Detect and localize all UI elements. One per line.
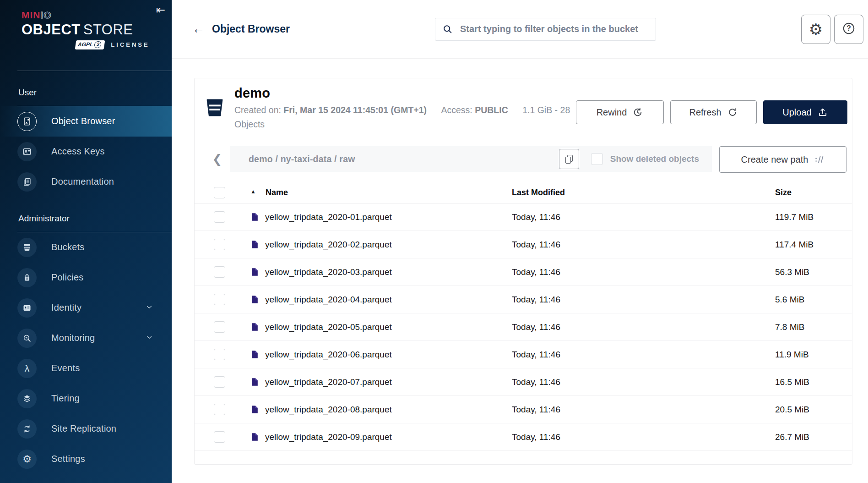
chevron-down-icon[interactable] <box>145 333 153 343</box>
table-row[interactable]: yellow_tripdata_2020-09.parquet Today, 1… <box>195 423 852 451</box>
bucket-icon <box>204 98 225 132</box>
sidebar-item-access-keys[interactable]: Access Keys <box>0 137 172 167</box>
collapse-sidebar-icon[interactable]: ⇤ <box>156 5 165 16</box>
chevron-down-icon[interactable] <box>145 303 153 313</box>
row-checkbox[interactable] <box>214 294 225 305</box>
sidebar-item-label: Access Keys <box>51 146 105 157</box>
sidebar-item-documentation[interactable]: Documentation <box>0 167 172 197</box>
table-row[interactable]: yellow_tripdata_2020-04.parquet Today, 1… <box>195 286 852 313</box>
object-name-cell[interactable]: yellow_tripdata_2020-05.parquet <box>250 322 512 332</box>
svg-text:?: ? <box>846 24 851 32</box>
settings-button[interactable]: ⚙ <box>801 15 830 44</box>
file-icon <box>250 432 259 442</box>
copy-path-button[interactable] <box>559 149 579 169</box>
tiering-icon <box>17 389 37 408</box>
row-checkbox[interactable] <box>214 376 225 388</box>
last-modified-cell: Today, 11:46 <box>512 212 775 222</box>
path-bar: ❮ demo / ny-taxi-data / raw Show deleted… <box>205 146 712 172</box>
row-checkbox[interactable] <box>214 321 225 333</box>
table-row[interactable]: yellow_tripdata_2020-02.parquet Today, 1… <box>195 231 852 258</box>
show-deleted-checkbox[interactable] <box>591 153 603 165</box>
search-input[interactable] <box>435 18 656 41</box>
sidebar-item-label: Site Replication <box>51 423 116 434</box>
buckets-icon <box>17 238 37 257</box>
object-name-cell[interactable]: yellow_tripdata_2020-02.parquet <box>250 239 512 250</box>
object-name-cell[interactable]: yellow_tripdata_2020-07.parquet <box>250 377 512 387</box>
object-name-cell[interactable]: yellow_tripdata_2020-04.parquet <box>250 294 512 305</box>
help-icon: ? <box>842 22 856 37</box>
upload-icon <box>817 107 828 118</box>
file-icon <box>250 267 259 277</box>
size-cell: 20.5 MiB <box>775 405 852 415</box>
main-column: ← Object Browser ⚙ ? <box>172 0 868 483</box>
events-icon: λ <box>17 359 37 378</box>
last-modified-cell: Today, 11:46 <box>512 350 775 360</box>
row-checkbox[interactable] <box>214 404 225 415</box>
file-icon <box>250 294 259 305</box>
object-name-cell[interactable]: yellow_tripdata_2020-06.parquet <box>250 349 512 360</box>
table-row[interactable]: yellow_tripdata_2020-03.parquet Today, 1… <box>195 258 852 286</box>
column-header-modified: Last Modified <box>512 188 775 198</box>
brand-min: MIN <box>22 10 41 20</box>
sidebar-item-label: Tiering <box>51 393 80 404</box>
sidebar-item-policies[interactable]: Policies <box>0 263 172 293</box>
help-button[interactable]: ? <box>834 15 863 44</box>
sidebar: ⇤ MINIO OBJECTSTORE AGPL3 LICENSE User O… <box>0 0 172 483</box>
agpl-badge: AGPL3 <box>75 40 105 49</box>
site-replication-icon <box>17 419 37 439</box>
minio-logo: MINIO OBJECTSTORE AGPL3 LICENSE <box>0 0 172 49</box>
sidebar-item-tiering[interactable]: Tiering <box>0 384 172 414</box>
bucket-actions: Rewind Refresh Upload <box>576 100 847 132</box>
sidebar-item-label: Identity <box>51 302 81 313</box>
sidebar-item-events[interactable]: λ Events <box>0 353 172 384</box>
table-row[interactable]: yellow_tripdata_2020-01.parquet Today, 1… <box>195 203 852 231</box>
bucket-meta: Created on: Fri, Mar 15 2024 11:45:01 (G… <box>234 103 575 132</box>
object-name-cell[interactable]: yellow_tripdata_2020-01.parquet <box>250 212 512 222</box>
size-cell: 5.6 MiB <box>775 295 852 305</box>
show-deleted-label[interactable]: Show deleted objects <box>610 154 699 164</box>
sidebar-item-site-replication[interactable]: Site Replication <box>0 414 172 444</box>
policies-icon <box>17 268 37 287</box>
refresh-button[interactable]: Refresh <box>670 100 757 124</box>
breadcrumb[interactable]: demo / ny-taxi-data / raw <box>249 154 355 165</box>
size-cell: 119.7 MiB <box>775 212 852 222</box>
size-cell: 16.5 MiB <box>775 377 852 387</box>
sidebar-item-settings[interactable]: ⚙ Settings <box>0 444 172 474</box>
object-name-cell[interactable]: yellow_tripdata_2020-08.parquet <box>250 404 512 415</box>
row-checkbox[interactable] <box>214 349 225 360</box>
rewind-button[interactable]: Rewind <box>576 100 664 124</box>
table-row[interactable]: yellow_tripdata_2020-07.parquet Today, 1… <box>195 368 852 396</box>
last-modified-cell: Today, 11:46 <box>512 267 775 277</box>
breadcrumb-back-icon[interactable]: ❮ <box>205 146 230 172</box>
row-checkbox[interactable] <box>214 266 225 278</box>
sidebar-item-label: Settings <box>51 454 85 464</box>
created-label: Created on: <box>234 105 281 115</box>
sidebar-item-identity[interactable]: Identity <box>0 293 172 323</box>
create-new-path-button[interactable]: Create new path <box>719 146 846 173</box>
column-header-name[interactable]: ▲Name <box>250 188 512 198</box>
license-label: LICENSE <box>111 41 149 48</box>
table-row[interactable]: yellow_tripdata_2020-08.parquet Today, 1… <box>195 396 852 423</box>
file-icon <box>250 404 259 415</box>
row-checkbox[interactable] <box>214 211 225 223</box>
objects-table: ▲Name Last Modified Size yellow_tripdata… <box>195 182 852 451</box>
refresh-icon <box>727 107 738 118</box>
sidebar-item-object-browser[interactable]: Object Browser <box>0 106 172 137</box>
select-all-checkbox[interactable] <box>214 187 225 198</box>
row-checkbox[interactable] <box>214 239 225 250</box>
table-row[interactable]: yellow_tripdata_2020-05.parquet Today, 1… <box>195 313 852 341</box>
object-name-cell[interactable]: yellow_tripdata_2020-03.parquet <box>250 267 512 277</box>
last-modified-cell: Today, 11:46 <box>512 405 775 415</box>
sidebar-item-monitoring[interactable]: Monitoring <box>0 323 172 353</box>
table-row[interactable]: yellow_tripdata_2020-06.parquet Today, 1… <box>195 341 852 368</box>
object-name-cell[interactable]: yellow_tripdata_2020-09.parquet <box>250 432 512 442</box>
back-arrow-icon[interactable]: ← <box>192 23 205 35</box>
last-modified-cell: Today, 11:46 <box>512 377 775 387</box>
row-checkbox[interactable] <box>214 431 225 443</box>
sidebar-item-buckets[interactable]: Buckets <box>0 232 172 263</box>
bucket-header: demo Created on: Fri, Mar 15 2024 11:45:… <box>195 78 852 132</box>
file-icon <box>250 212 259 222</box>
upload-button[interactable]: Upload <box>763 100 847 124</box>
file-icon <box>250 377 259 387</box>
last-modified-cell: Today, 11:46 <box>512 432 775 442</box>
